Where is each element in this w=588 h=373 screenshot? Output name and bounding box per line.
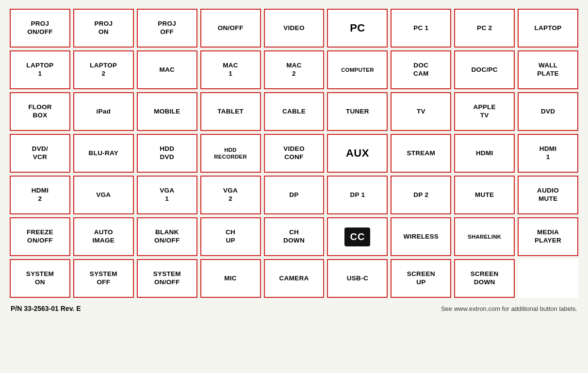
button-5-2[interactable]: BLANK ON/OFF <box>137 217 197 256</box>
button-6-3[interactable]: MIC <box>200 259 261 298</box>
button-1-5[interactable]: COMPUTER <box>327 50 388 89</box>
button-0-4[interactable]: VIDEO <box>264 9 325 48</box>
button-4-7[interactable]: MUTE <box>454 176 515 214</box>
button-1-3[interactable]: MAC 1 <box>200 50 261 89</box>
button-4-0[interactable]: HDMI 2 <box>10 176 70 214</box>
footer: P/N 33-2563-01 Rev. E See www.extron.com… <box>10 305 578 312</box>
button-6-6[interactable]: SCREEN UP <box>391 259 451 298</box>
button-5-1[interactable]: AUTO IMAGE <box>73 217 134 256</box>
button-2-0[interactable]: FLOOR BOX <box>10 92 70 131</box>
button-5-5[interactable]: CC <box>327 217 388 256</box>
button-3-8[interactable]: HDMI 1 <box>518 134 578 173</box>
button-2-1[interactable]: iPad <box>73 92 134 131</box>
footer-note: See www.extron.com for additional button… <box>441 305 577 312</box>
button-6-1[interactable]: SYSTEM OFF <box>73 259 134 298</box>
button-2-3[interactable]: TABLET <box>200 92 261 131</box>
button-3-7[interactable]: HDMI <box>454 134 515 173</box>
button-4-2[interactable]: VGA 1 <box>137 176 197 214</box>
button-0-1[interactable]: PROJ ON <box>73 9 134 48</box>
button-4-3[interactable]: VGA 2 <box>200 176 261 214</box>
button-2-8[interactable]: DVD <box>518 92 578 131</box>
button-6-8[interactable] <box>518 259 578 298</box>
button-1-4[interactable]: MAC 2 <box>264 50 325 89</box>
button-2-2[interactable]: MOBILE <box>137 92 197 131</box>
cc-icon: CC <box>344 227 370 246</box>
button-0-5[interactable]: PC <box>327 9 388 48</box>
button-6-4[interactable]: CAMERA <box>264 259 325 298</box>
button-4-4[interactable]: DP <box>264 176 325 214</box>
button-5-4[interactable]: CH DOWN <box>264 217 325 256</box>
button-1-6[interactable]: DOC CAM <box>391 50 451 89</box>
button-1-1[interactable]: LAPTOP 2 <box>73 50 134 89</box>
button-0-0[interactable]: PROJ ON/OFF <box>10 9 70 48</box>
button-2-7[interactable]: APPLE TV <box>454 92 515 131</box>
button-3-4[interactable]: VIDEO CONF <box>264 134 325 173</box>
button-4-5[interactable]: DP 1 <box>327 176 388 214</box>
button-5-0[interactable]: FREEZE ON/OFF <box>10 217 70 256</box>
button-6-5[interactable]: USB-C <box>327 259 388 298</box>
button-1-8[interactable]: WALL PLATE <box>518 50 578 89</box>
button-3-3[interactable]: HDD RECORDER <box>200 134 261 173</box>
button-1-0[interactable]: LAPTOP 1 <box>10 50 70 89</box>
button-3-2[interactable]: HDD DVD <box>137 134 197 173</box>
button-6-0[interactable]: SYSTEM ON <box>10 259 70 298</box>
button-5-3[interactable]: CH UP <box>200 217 261 256</box>
button-3-5[interactable]: AUX <box>327 134 388 173</box>
button-5-6[interactable]: WIRELESS <box>391 217 451 256</box>
button-1-7[interactable]: DOC/PC <box>454 50 515 89</box>
button-4-6[interactable]: DP 2 <box>391 176 451 214</box>
button-3-1[interactable]: BLU-RAY <box>73 134 134 173</box>
button-0-7[interactable]: PC 2 <box>454 9 515 48</box>
button-1-2[interactable]: MAC <box>137 50 197 89</box>
button-3-6[interactable]: STREAM <box>391 134 451 173</box>
button-4-1[interactable]: VGA <box>73 176 134 214</box>
button-2-4[interactable]: CABLE <box>264 92 325 131</box>
button-0-6[interactable]: PC 1 <box>391 9 451 48</box>
button-3-0[interactable]: DVD/ VCR <box>10 134 70 173</box>
button-0-3[interactable]: ON/OFF <box>200 9 261 48</box>
button-grid: PROJ ON/OFFPROJ ONPROJ OFFON/OFFVIDEOPCP… <box>10 9 578 298</box>
button-2-6[interactable]: TV <box>391 92 451 131</box>
button-6-7[interactable]: SCREEN DOWN <box>454 259 515 298</box>
button-0-2[interactable]: PROJ OFF <box>137 9 197 48</box>
button-6-2[interactable]: SYSTEM ON/OFF <box>137 259 197 298</box>
button-5-7[interactable]: SHARELINK <box>454 217 515 256</box>
button-2-5[interactable]: TUNER <box>327 92 388 131</box>
button-0-8[interactable]: LAPTOP <box>518 9 578 48</box>
part-number: P/N 33-2563-01 Rev. E <box>11 305 81 312</box>
button-5-8[interactable]: MEDIA PLAYER <box>518 217 578 256</box>
button-4-8[interactable]: AUDIO MUTE <box>518 176 578 214</box>
